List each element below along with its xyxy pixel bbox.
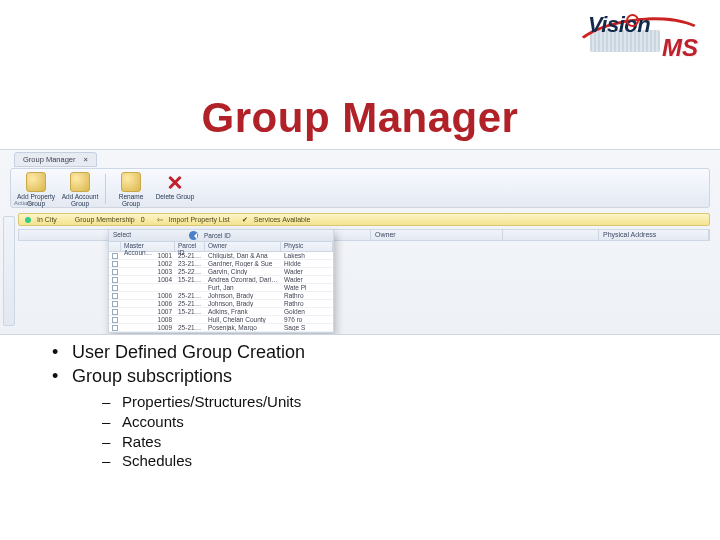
- cell-id: 1007: [121, 308, 175, 315]
- breadcrumb: In City Group Membership 0 ⇦ Import Prop…: [18, 213, 710, 226]
- cell-owner: Furt, Jan: [205, 284, 281, 291]
- col-header[interactable]: Owner: [371, 230, 503, 240]
- cell-parcel: 25-22-08-919-060: [175, 268, 205, 275]
- app-screenshot: Group Manager × Add Property Group Add A…: [0, 149, 720, 335]
- list-item: Schedules: [102, 451, 301, 471]
- cell-id: 1001: [121, 252, 175, 259]
- cell-parcel: 25-21-09-947-010: [175, 292, 205, 299]
- bullet-list-level1: User Defined Group Creation Group subscr…: [52, 340, 305, 389]
- cell-owner: Garvin, Cindy: [205, 268, 281, 275]
- count-badge: 0: [141, 216, 145, 223]
- bullet-list-level2: Properties/Structures/Units Accounts Rat…: [102, 392, 301, 471]
- table-row[interactable]: 100625-21-09-947-010Johnson, BradyRathro: [109, 292, 333, 300]
- back-icon[interactable]: [189, 231, 198, 240]
- tab-label: Group Manager: [23, 155, 76, 164]
- table-row[interactable]: 100223-21-17-700-081Gardner, Roger & Sue…: [109, 260, 333, 268]
- cell-id: 1006: [121, 300, 175, 307]
- cell-parcel: 23-21-17-700-081: [175, 260, 205, 267]
- list-item: User Defined Group Creation: [52, 340, 305, 364]
- close-icon[interactable]: ×: [84, 155, 88, 164]
- cell-physical: Golden: [281, 308, 333, 315]
- side-panel-collapsed[interactable]: [3, 216, 15, 326]
- table-row[interactable]: Furt, JanWate Pl: [109, 284, 333, 292]
- logo-text-vision: Vision: [588, 12, 650, 38]
- cell-parcel: 15-21-04-835-060: [175, 308, 205, 315]
- col-header[interactable]: [19, 230, 111, 240]
- page-title: Group Manager: [0, 94, 720, 142]
- ribbon-divider: [105, 174, 106, 204]
- cell-physical: Wate Pl: [281, 284, 333, 291]
- table-row[interactable]: 100325-22-08-919-060Garvin, CindyWader: [109, 268, 333, 276]
- cell-physical: Lakesh: [281, 252, 333, 259]
- table-row[interactable]: 100925-21-04-876-010Posenjak, MargoSage …: [109, 324, 333, 332]
- popup-header: Master Accoun… Parcel ID Owner Physic: [109, 242, 333, 252]
- col-header[interactable]: Physical Address: [599, 230, 709, 240]
- services-link[interactable]: Services Available: [254, 216, 311, 223]
- cell-owner: Adkins, Frank: [205, 308, 281, 315]
- popup-rows: 100125-21-04-130-…Chilquist, Dan & AnaLa…: [109, 252, 333, 332]
- cell-physical: Hidde: [281, 260, 333, 267]
- table-row[interactable]: 100715-21-04-835-060Adkins, FrankGolden: [109, 308, 333, 316]
- cell-id: 1003: [121, 268, 175, 275]
- delete-icon: [165, 172, 185, 192]
- delete-group-button[interactable]: Delete Group: [154, 172, 196, 200]
- group-icon: [26, 172, 46, 192]
- cell-id: 1002: [121, 260, 175, 267]
- checkbox[interactable]: [112, 261, 118, 267]
- checkbox[interactable]: [112, 253, 118, 259]
- checkbox[interactable]: [112, 277, 118, 283]
- cell-owner: Chilquist, Dan & Ana: [205, 252, 281, 259]
- cell-id: 1008: [121, 316, 175, 323]
- cell-parcel: 25-21-04-876-010: [175, 324, 205, 331]
- col-header[interactable]: Owner: [205, 242, 281, 251]
- button-label: Delete Group: [154, 193, 196, 200]
- table-row[interactable]: 100125-21-04-130-…Chilquist, Dan & AnaLa…: [109, 252, 333, 260]
- cell-owner: Johnson, Brady: [205, 292, 281, 299]
- col-header[interactable]: Physic: [281, 242, 333, 251]
- cell-physical: Wader: [281, 268, 333, 275]
- status-dot-icon: [25, 217, 31, 223]
- list-item: Group subscriptions: [52, 364, 305, 388]
- checkbox[interactable]: [112, 317, 118, 323]
- checkbox[interactable]: [112, 285, 118, 291]
- checkbox[interactable]: [112, 293, 118, 299]
- rename-group-button[interactable]: Rename Group: [110, 172, 152, 207]
- cell-parcel: 25-21-09-557-011: [175, 300, 205, 307]
- button-label: Add Account Group: [59, 193, 101, 207]
- list-item: Properties/Structures/Units: [102, 392, 301, 412]
- table-row[interactable]: 1008Hull, Chelan County976 ro: [109, 316, 333, 324]
- cell-physical: Rathro: [281, 292, 333, 299]
- cell-physical: Sage S: [281, 324, 333, 331]
- window-tab[interactable]: Group Manager ×: [14, 152, 97, 167]
- group-icon: [121, 172, 141, 192]
- col-header[interactable]: [503, 230, 599, 240]
- cell-owner: Andrea Ozonrad, Darin &: [205, 276, 281, 283]
- button-label: Rename Group: [110, 193, 152, 207]
- checkbox[interactable]: [112, 325, 118, 331]
- ribbon-caption: Actions: [14, 200, 34, 206]
- checkbox[interactable]: [112, 269, 118, 275]
- breadcrumb-item[interactable]: Group Membership: [75, 216, 135, 223]
- logo-text-ms: MS: [662, 34, 698, 62]
- cell-physical: Wader: [281, 276, 333, 283]
- cell-physical: 976 ro: [281, 316, 333, 323]
- cell-id: 1004: [121, 276, 175, 283]
- add-account-group-button[interactable]: Add Account Group: [59, 172, 101, 207]
- table-row[interactable]: 100415-21-06-019-065Andrea Ozonrad, Dari…: [109, 276, 333, 284]
- list-item: Accounts: [102, 412, 301, 432]
- table-row[interactable]: 100625-21-09-557-011Johnson, BradyRathro: [109, 300, 333, 308]
- cell-owner: Posenjak, Margo: [205, 324, 281, 331]
- import-link[interactable]: Import Property List: [169, 216, 230, 223]
- breadcrumb-item[interactable]: In City: [37, 216, 57, 223]
- select-popup: Select Parcel ID Master Accoun… Parcel I…: [108, 229, 334, 333]
- cell-parcel: 25-21-04-130-…: [175, 252, 205, 259]
- ribbon: Add Property Group Add Account Group Ren…: [10, 168, 710, 208]
- cell-owner: Hull, Chelan County: [205, 316, 281, 323]
- col-header[interactable]: Master Accoun…: [121, 242, 175, 251]
- popup-toolbar: Select Parcel ID: [109, 230, 333, 242]
- checkbox[interactable]: [112, 309, 118, 315]
- cell-owner: Gardner, Roger & Sue: [205, 260, 281, 267]
- col-header[interactable]: Parcel ID: [175, 242, 205, 251]
- select-label: Select: [113, 231, 131, 238]
- checkbox[interactable]: [112, 301, 118, 307]
